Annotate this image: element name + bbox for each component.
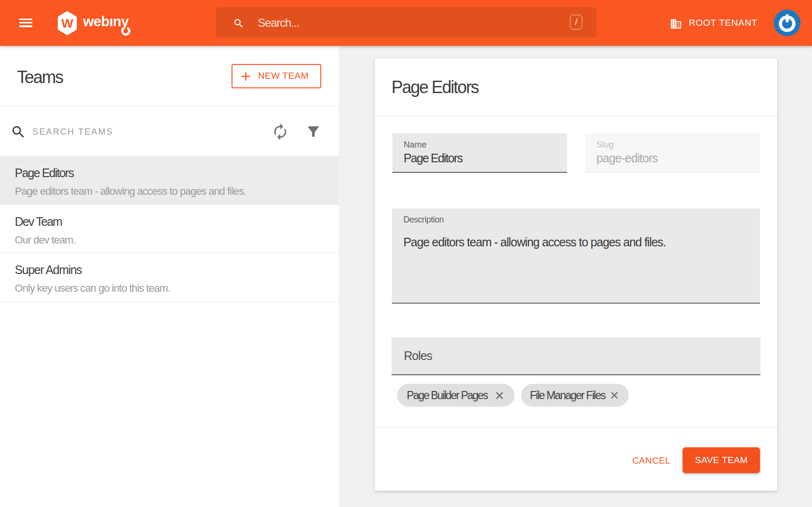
- svg-text:W: W: [61, 16, 73, 31]
